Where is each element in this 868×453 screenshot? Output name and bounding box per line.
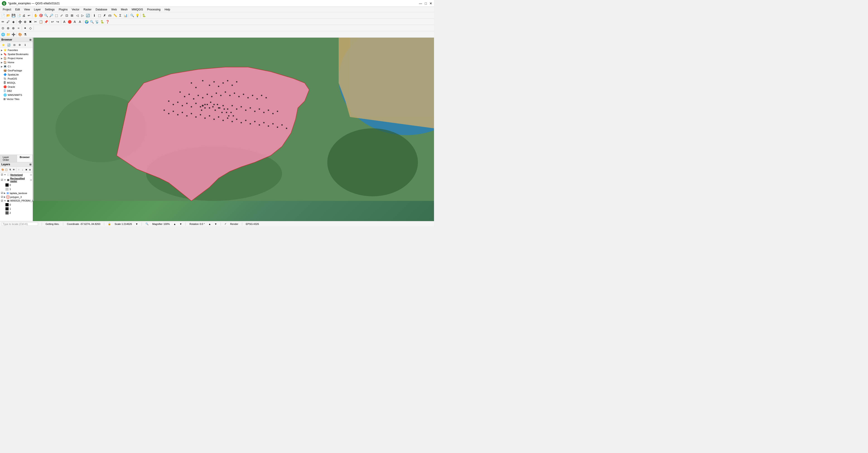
polygon3-check[interactable]: ☑	[1, 195, 3, 198]
reclassified-expand[interactable]: ▼	[4, 179, 6, 181]
layer-w060[interactable]: ☑ ▼ ▦ W060S20_PROBAV_LC100_glo □	[0, 199, 33, 203]
browser-item-bookmarks[interactable]: ▶ 🔖 Spatial Bookmarks	[0, 52, 33, 56]
label-btn[interactable]: A	[62, 19, 67, 24]
browser-item-vector-tiles[interactable]: ▶ ⊞ Vector Tiles	[0, 97, 33, 101]
browser-collapse-btn[interactable]: ⊟	[12, 43, 17, 47]
browser-item-wms[interactable]: ▶ 🌐 WMS/WMTS	[0, 93, 33, 97]
copy-feature-btn[interactable]: 📋	[38, 19, 43, 24]
crs-btn[interactable]: 🌐	[0, 32, 5, 37]
layer-btn[interactable]: 📁	[6, 32, 11, 37]
browser-item-db2[interactable]: ▶ 🗄 DB2	[0, 89, 33, 93]
add-layer-btn[interactable]: ➕	[11, 32, 16, 37]
browser-refresh-btn[interactable]: 🔄	[6, 43, 11, 47]
menu-settings[interactable]: Settings	[43, 7, 56, 11]
close-button[interactable]: ✕	[430, 2, 432, 5]
save-as-btn[interactable]: 📑	[16, 13, 21, 18]
menu-processing[interactable]: Processing	[145, 7, 162, 11]
node-btn[interactable]: ◈	[11, 19, 16, 24]
add-feature-btn[interactable]: ➕	[18, 19, 23, 24]
layer-laplata[interactable]: ☑ ▶ ▦ laplata_landuse	[0, 191, 33, 195]
identify-btn[interactable]: ℹ	[92, 13, 97, 18]
layer-w060-1[interactable]: 1	[0, 207, 33, 211]
browser-item-c-drive[interactable]: ▶ 💻 C:\	[0, 64, 33, 68]
browser-tree[interactable]: ▶ ⭐ Favorites ▶ 🔖 Spatial Bookmarks ▶ 🏠 …	[0, 48, 33, 154]
layer-reclassified-1[interactable]: 1	[0, 187, 33, 191]
globe-btn[interactable]: 🌍	[84, 19, 89, 24]
layer-reclassified[interactable]: ☑ ▼ ▦ Reclassified raster □	[0, 177, 33, 183]
menu-layer[interactable]: Layer	[32, 7, 42, 11]
browser-item-spatialite[interactable]: ▶ 🔷 SpatiaLite	[0, 73, 33, 77]
open-attribute-table-btn[interactable]: 📋	[4, 167, 8, 172]
pan-btn[interactable]: ✋	[33, 13, 38, 18]
zoom-next-btn[interactable]: ▷	[80, 13, 85, 18]
open-project-btn[interactable]: 📂	[6, 13, 11, 18]
menu-raster[interactable]: Raster	[82, 7, 93, 11]
browser-info-btn[interactable]: ℹ	[23, 43, 28, 47]
locate-field-container[interactable]	[2, 222, 38, 226]
browser-item-favorites[interactable]: ▶ ⭐ Favorites	[0, 48, 33, 52]
layer-polygon3[interactable]: ☑ ▶ polygon_3	[0, 195, 33, 199]
browser-item-postgis[interactable]: ▶ 🐘 PostGIS	[0, 77, 33, 81]
cut-feature-btn[interactable]: ✂	[33, 19, 38, 24]
move-layer-down-btn[interactable]: ↓	[21, 167, 24, 172]
laplata-expand[interactable]: ▶	[4, 192, 6, 194]
menu-mesh[interactable]: Mesh	[119, 7, 129, 11]
zoom-layer-btn[interactable]: ⊡	[64, 13, 69, 18]
w060-check[interactable]: ☑	[1, 199, 3, 202]
polygon3-expand[interactable]: ▶	[4, 196, 6, 198]
maximize-button[interactable]: □	[425, 2, 427, 5]
zoom-full-btn[interactable]: ⤢	[59, 13, 64, 18]
w060-expand[interactable]: ▼	[4, 200, 6, 202]
undo2-btn[interactable]: ↩	[50, 19, 55, 24]
menu-vector[interactable]: Vector	[70, 7, 81, 11]
epsg-status[interactable]: EPSG:4326	[246, 223, 259, 225]
zoom-out-btn[interactable]: 🔎	[49, 13, 54, 18]
tips-btn[interactable]: 💡	[135, 13, 140, 18]
locate-input[interactable]	[2, 222, 38, 226]
help-btn[interactable]: ❓	[105, 19, 110, 24]
tab-browser[interactable]: Browser	[17, 155, 33, 162]
layer-visibility-btn[interactable]: 👁	[12, 167, 16, 172]
zoom-selection-btn[interactable]: ⊞	[69, 13, 74, 18]
rotation-up[interactable]: ▲	[208, 223, 211, 225]
python-btn[interactable]: 🐍	[141, 13, 146, 18]
move-layer-up-btn[interactable]: ↑	[17, 167, 21, 172]
snap-btn[interactable]: ⊙	[0, 26, 5, 31]
rotation-down[interactable]: ▼	[215, 223, 217, 225]
remove-layer-btn[interactable]: ✖	[25, 167, 28, 172]
snap3-btn[interactable]: ⊛	[11, 26, 16, 31]
measure-btn[interactable]: 📏	[113, 13, 118, 18]
map-area[interactable]	[33, 38, 434, 221]
edit-btn[interactable]: 🖊	[6, 19, 11, 24]
open-layer-style-btn[interactable]: 🎨	[1, 167, 4, 172]
duplicate-layer-btn[interactable]: ⊕	[28, 167, 32, 172]
label-red-btn[interactable]: 🔴	[67, 19, 72, 24]
refresh-btn[interactable]: 🔄	[85, 13, 90, 18]
menu-database[interactable]: Database	[94, 7, 109, 11]
trace-btn[interactable]: ≈	[16, 26, 21, 31]
minimize-button[interactable]: —	[419, 2, 422, 5]
redo-btn[interactable]: ↪	[55, 19, 60, 24]
filter-btn[interactable]: ⚗	[23, 32, 28, 37]
layer-reclassified-0[interactable]: 0	[0, 183, 33, 187]
select-btn[interactable]: ⬚	[97, 13, 102, 18]
pan-to-selection-btn[interactable]: 🎯	[38, 13, 43, 18]
browser-item-geopackage[interactable]: ▶ 📦 GeoPackage	[0, 68, 33, 73]
chart-btn[interactable]: 📊	[123, 13, 128, 18]
deselect-btn[interactable]: ✗	[102, 13, 107, 18]
browser-item-project-home[interactable]: ▶ 🏠 Project Home	[0, 56, 33, 60]
save-project-btn[interactable]: 💾	[11, 13, 16, 18]
magnifier-down[interactable]: ▼	[180, 223, 182, 225]
adv-dig-btn[interactable]: ◇	[28, 26, 33, 31]
search-btn[interactable]: 🔍	[130, 13, 134, 18]
browser-item-mssql[interactable]: ▶ 🗄 MSSQL	[0, 81, 33, 85]
style-btn[interactable]: 🎨	[18, 32, 23, 37]
digitize-btn[interactable]: ✏	[0, 19, 5, 24]
vectorized-action[interactable]: □	[30, 173, 32, 176]
reclassified-check[interactable]: ☑	[1, 178, 3, 181]
snap2-btn[interactable]: ⊚	[6, 26, 11, 31]
sigma-btn[interactable]: Σ	[118, 13, 123, 18]
move-feature-btn[interactable]: ⊕	[23, 19, 28, 24]
menu-web[interactable]: Web	[110, 7, 119, 11]
zoom-in-btn[interactable]: 🔍	[43, 13, 49, 18]
